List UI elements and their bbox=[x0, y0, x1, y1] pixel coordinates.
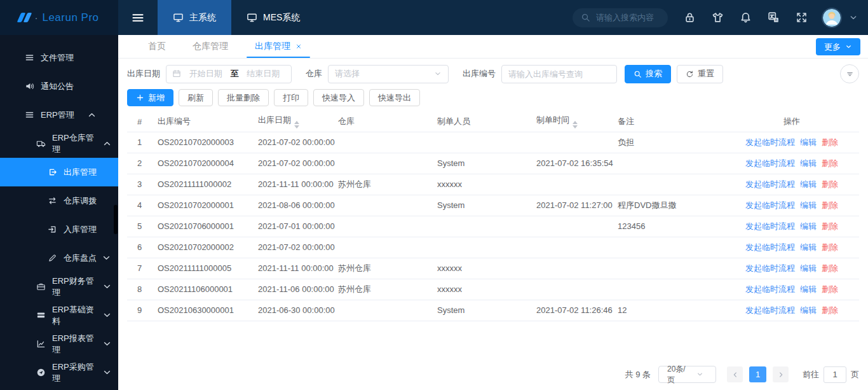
bell-icon[interactable] bbox=[740, 11, 752, 24]
edit-link[interactable]: 编辑 bbox=[800, 137, 817, 147]
column-header-4: 仓库 bbox=[338, 112, 437, 132]
table-row-4[interactable]: 4OS202107020000012021-08-06 00:00:00Syst… bbox=[127, 195, 859, 216]
edit-link[interactable]: 编辑 bbox=[800, 305, 817, 315]
add-button[interactable]: 新增 bbox=[127, 89, 173, 106]
cell-warehouse bbox=[338, 153, 437, 174]
sidebar-item-6[interactable]: 仓库调拨 bbox=[0, 186, 118, 215]
table-row-9[interactable]: 9OS202106300000012021-06-30 00:00:00Syst… bbox=[127, 300, 859, 321]
global-search[interactable] bbox=[573, 8, 668, 27]
edit-link[interactable]: 编辑 bbox=[800, 200, 817, 210]
avatar[interactable] bbox=[822, 8, 842, 28]
table-row-6[interactable]: 6OS202107020000022021-07-02 00:00:00发起临时… bbox=[127, 237, 859, 258]
date-range-picker[interactable]: 开始日期 至 结束日期 bbox=[166, 65, 292, 83]
edit-link[interactable]: 编辑 bbox=[800, 179, 817, 189]
delete-link[interactable]: 删除 bbox=[822, 158, 838, 168]
tab-close-icon[interactable] bbox=[295, 43, 302, 50]
delete-link[interactable]: 删除 bbox=[822, 263, 838, 273]
page-tab-1[interactable]: 首页 bbox=[135, 35, 179, 58]
delete-link[interactable]: 删除 bbox=[822, 200, 838, 210]
toolbar-button-2[interactable]: 批量删除 bbox=[218, 89, 269, 106]
start-flow-link[interactable]: 发起临时流程 bbox=[745, 158, 795, 168]
cell-idx: 7 bbox=[127, 258, 158, 279]
sidebar-item-7[interactable]: 入库管理 bbox=[0, 215, 118, 244]
sort-caret-icon[interactable] bbox=[294, 121, 299, 129]
start-flow-link[interactable]: 发起临时流程 bbox=[745, 284, 795, 294]
sidebar-item-10[interactable]: ERP基础资料 bbox=[0, 301, 118, 330]
delete-link[interactable]: 删除 bbox=[822, 221, 838, 231]
page-tab-2[interactable]: 仓库管理 bbox=[179, 35, 241, 58]
cell-idx: 2 bbox=[127, 153, 158, 174]
sidebar-item-12[interactable]: ERP采购管理 bbox=[0, 358, 118, 387]
goto-page-input[interactable] bbox=[824, 366, 846, 383]
table-row-3[interactable]: 3OS202111110000022021-11-11 00:00:00苏州仓库… bbox=[127, 174, 859, 195]
start-flow-link[interactable]: 发起临时流程 bbox=[745, 305, 795, 315]
header-nav-tab-2[interactable]: MES系统 bbox=[231, 0, 315, 35]
toolbar-button-4[interactable]: 快速导入 bbox=[313, 89, 364, 106]
reset-button[interactable]: 重置 bbox=[677, 65, 723, 83]
delete-link[interactable]: 删除 bbox=[822, 137, 838, 147]
search-button[interactable]: 搜索 bbox=[625, 65, 671, 83]
page-number-current[interactable]: 1 bbox=[749, 366, 766, 382]
table-row-8[interactable]: 8OS202111060000012021-11-06 00:00:00苏州仓库… bbox=[127, 279, 859, 300]
code-search-input[interactable] bbox=[501, 65, 617, 83]
sidebar-item-5[interactable]: 出库管理 bbox=[0, 158, 118, 186]
warehouse-select[interactable]: 请选择 bbox=[328, 65, 449, 83]
table-row-7[interactable]: 7OS202111110000052021-11-11 00:00:00苏州仓库… bbox=[127, 258, 859, 279]
toolbar-button-5[interactable]: 快速导出 bbox=[369, 89, 420, 106]
next-page-button[interactable] bbox=[773, 366, 789, 382]
toolbar-button-1[interactable]: 刷新 bbox=[179, 89, 213, 106]
table-row-2[interactable]: 2OS202107020000042021-07-02 00:00:00Syst… bbox=[127, 153, 859, 174]
translate-icon[interactable]: A bbox=[768, 11, 780, 24]
fullscreen-icon[interactable] bbox=[796, 11, 808, 24]
start-flow-link[interactable]: 发起临时流程 bbox=[745, 179, 795, 189]
delete-link[interactable]: 删除 bbox=[822, 305, 838, 315]
column-header-1: # bbox=[127, 112, 158, 132]
search-icon bbox=[581, 13, 590, 22]
more-button[interactable]: 更多 bbox=[816, 38, 860, 55]
chevron-up-icon bbox=[86, 110, 97, 120]
start-flow-link[interactable]: 发起临时流程 bbox=[745, 221, 795, 231]
sidebar-item-2[interactable]: 通知公告 bbox=[0, 72, 118, 101]
prev-page-button[interactable] bbox=[727, 366, 743, 382]
delete-link[interactable]: 删除 bbox=[822, 242, 838, 252]
lock-icon[interactable] bbox=[684, 11, 696, 24]
sidebar-item-8[interactable]: 仓库盘点 bbox=[0, 244, 118, 272]
header-nav-tab-1[interactable]: 主系统 bbox=[158, 0, 231, 35]
user-menu-chevron-down-icon[interactable] bbox=[849, 13, 858, 22]
sidebar-item-1[interactable]: 文件管理 bbox=[0, 43, 118, 72]
delete-link[interactable]: 删除 bbox=[822, 179, 838, 189]
page-size-select[interactable]: 20条/页 bbox=[658, 366, 716, 383]
cell-time bbox=[536, 237, 618, 258]
sidebar-item-label: 文件管理 bbox=[41, 52, 74, 64]
sidebar-item-9[interactable]: ERP财务管理 bbox=[0, 272, 118, 301]
grid-settings-button[interactable] bbox=[840, 64, 859, 83]
date-filter-label: 出库日期 bbox=[127, 68, 160, 80]
toolbar-button-3[interactable]: 打印 bbox=[274, 89, 308, 106]
cell-idx: 4 bbox=[127, 195, 158, 216]
table-row-1[interactable]: 1OS202107020000032021-07-02 00:00:00负担发起… bbox=[127, 132, 859, 153]
edit-link[interactable]: 编辑 bbox=[800, 158, 817, 168]
column-header-6[interactable]: 制单时间 bbox=[536, 112, 618, 132]
edit-link[interactable]: 编辑 bbox=[800, 242, 817, 252]
column-header-3[interactable]: 出库日期 bbox=[258, 112, 338, 132]
page-tab-3[interactable]: 出库管理 bbox=[241, 35, 315, 58]
global-search-input[interactable] bbox=[596, 13, 660, 22]
sidebar-item-4[interactable]: ERP仓库管理 bbox=[0, 129, 118, 158]
cell-time bbox=[536, 174, 618, 195]
theme-tshirt-icon[interactable] bbox=[712, 11, 724, 24]
edit-link[interactable]: 编辑 bbox=[800, 284, 817, 294]
sort-caret-icon[interactable] bbox=[573, 121, 578, 129]
start-flow-link[interactable]: 发起临时流程 bbox=[745, 200, 795, 210]
start-flow-link[interactable]: 发起临时流程 bbox=[745, 137, 795, 147]
sidebar-scrollbar-thumb[interactable] bbox=[114, 205, 118, 234]
table-row-5[interactable]: 5OS202107060000012021-07-01 00:00:001234… bbox=[127, 216, 859, 237]
start-flow-link[interactable]: 发起临时流程 bbox=[745, 263, 795, 273]
sidebar-item-3[interactable]: ERP管理 bbox=[0, 101, 118, 129]
edit-link[interactable]: 编辑 bbox=[800, 263, 817, 273]
delete-link[interactable]: 删除 bbox=[822, 284, 838, 294]
start-flow-link[interactable]: 发起临时流程 bbox=[745, 242, 795, 252]
sidebar-item-11[interactable]: ERP报表管理 bbox=[0, 330, 118, 358]
menu-toggle-icon[interactable] bbox=[118, 0, 158, 35]
cell-date: 2021-07-02 00:00:00 bbox=[258, 237, 338, 258]
edit-link[interactable]: 编辑 bbox=[800, 221, 817, 231]
